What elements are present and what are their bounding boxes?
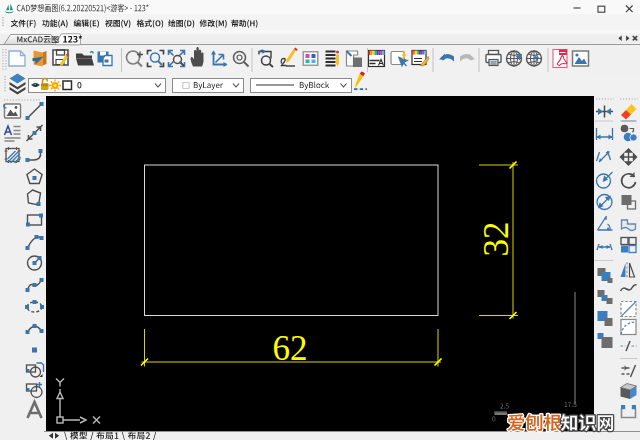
svg-text:32: 32 [477, 222, 516, 257]
svg-text:62: 62 [273, 329, 308, 368]
